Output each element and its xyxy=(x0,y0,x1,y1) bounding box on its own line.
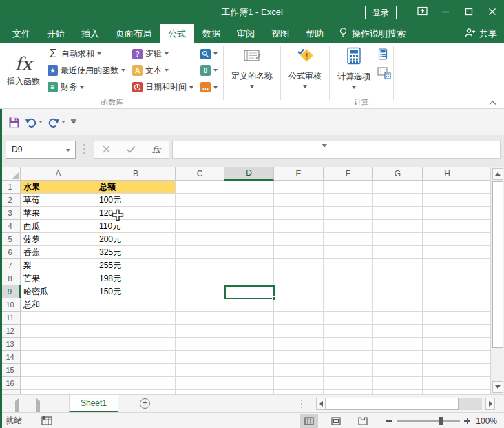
column-header-H[interactable]: H xyxy=(423,167,472,181)
cell-G13[interactable] xyxy=(373,338,423,351)
cell-A15[interactable] xyxy=(21,364,96,377)
page-layout-view-button[interactable] xyxy=(327,414,345,428)
cell[interactable] xyxy=(472,285,490,298)
cell-D2[interactable] xyxy=(224,194,274,207)
save-button[interactable] xyxy=(8,116,20,128)
macro-record-button[interactable] xyxy=(41,416,52,425)
horizontal-scrollbar-thumb[interactable] xyxy=(326,398,459,410)
cell-A13[interactable] xyxy=(21,338,96,351)
cell-E15[interactable] xyxy=(274,364,324,377)
row-header-16[interactable]: 16 xyxy=(0,377,21,390)
row-header-8[interactable]: 8 xyxy=(0,272,21,285)
cell-G8[interactable] xyxy=(373,272,423,285)
row-header-15[interactable]: 15 xyxy=(0,364,21,377)
ribbon-tab-5[interactable]: 数据 xyxy=(194,24,229,43)
ribbon-tab-0[interactable]: 文件 xyxy=(4,24,39,43)
function-library-item[interactable]: … xyxy=(198,80,220,95)
row-header-5[interactable]: 5 xyxy=(0,233,21,246)
cell-H13[interactable] xyxy=(423,338,472,351)
ribbon-tab-1[interactable]: 开始 xyxy=(39,24,73,43)
customize-qat-button[interactable] xyxy=(70,118,77,126)
cell-C8[interactable] xyxy=(176,272,224,285)
cell-B5[interactable]: 200元 xyxy=(96,233,176,246)
row-header-13[interactable]: 13 xyxy=(0,338,21,351)
vertical-scrollbar-thumb[interactable] xyxy=(492,181,503,348)
normal-view-button[interactable] xyxy=(300,414,318,428)
scroll-down-button[interactable] xyxy=(492,381,503,393)
function-library-item[interactable]: ?逻辑 xyxy=(130,46,196,61)
cell-H1[interactable] xyxy=(423,181,472,194)
row-header-1[interactable]: 1 xyxy=(0,181,21,194)
column-header-F[interactable]: F xyxy=(324,167,373,181)
column-header-B[interactable]: B xyxy=(96,167,176,181)
cell-D8[interactable] xyxy=(224,272,274,285)
cell-B9[interactable]: 150元 xyxy=(96,285,176,298)
function-library-item[interactable]: ≡财务 xyxy=(45,80,127,95)
cell-G1[interactable] xyxy=(373,181,423,194)
cell-B2[interactable]: 100元 xyxy=(96,194,176,207)
cell-F1[interactable] xyxy=(324,181,373,194)
row-header-14[interactable]: 14 xyxy=(0,351,21,364)
cell-A11[interactable] xyxy=(21,312,96,325)
cell-F4[interactable] xyxy=(324,220,373,233)
confirm-entry-button[interactable] xyxy=(127,143,136,156)
cell-G6[interactable] xyxy=(373,246,423,259)
cell-C1[interactable] xyxy=(176,181,224,194)
cell[interactable] xyxy=(472,233,490,246)
row-header-9[interactable]: 9 xyxy=(0,285,21,298)
cell-H14[interactable] xyxy=(423,351,472,364)
cell-H8[interactable] xyxy=(423,272,472,285)
cell-A14[interactable] xyxy=(21,351,96,364)
cell-B14[interactable] xyxy=(96,351,176,364)
cell-C6[interactable] xyxy=(176,246,224,259)
cell-D5[interactable] xyxy=(224,233,274,246)
function-library-item[interactable] xyxy=(198,46,220,61)
cell-A8[interactable]: 芒果 xyxy=(21,272,96,285)
cell-F5[interactable] xyxy=(324,233,373,246)
formula-auditing-button[interactable]: 公式审核 xyxy=(283,44,327,97)
cell-D15[interactable] xyxy=(224,364,274,377)
row-header-6[interactable]: 6 xyxy=(0,246,21,259)
cell-B4[interactable]: 110元 xyxy=(96,220,176,233)
cell-F12[interactable] xyxy=(324,325,373,338)
cell-D13[interactable] xyxy=(224,338,274,351)
function-library-item[interactable]: ★最近使用的函数 xyxy=(45,63,127,78)
ribbon-tab-2[interactable]: 插入 xyxy=(73,24,107,43)
cell-H16[interactable] xyxy=(423,377,472,390)
cell-H10[interactable] xyxy=(423,298,472,312)
cell-F9[interactable] xyxy=(324,285,373,298)
cell-G10[interactable] xyxy=(373,298,423,312)
row-header-10[interactable]: 10 xyxy=(0,298,21,312)
tab-bar-resizer[interactable] xyxy=(301,400,302,408)
select-all-button[interactable] xyxy=(0,167,21,181)
cell-B6[interactable]: 325元 xyxy=(96,246,176,259)
ribbon-tab-7[interactable]: 视图 xyxy=(263,24,297,43)
cell[interactable] xyxy=(472,207,490,220)
cell-E16[interactable] xyxy=(274,377,324,390)
cell-D10[interactable] xyxy=(224,298,274,312)
scroll-left-button[interactable] xyxy=(316,398,326,410)
function-library-item[interactable]: 日期和时间 xyxy=(130,80,196,95)
cell-C7[interactable] xyxy=(176,259,224,272)
cell-C9[interactable] xyxy=(176,285,224,298)
redo-button[interactable] xyxy=(48,117,65,128)
cell-B15[interactable] xyxy=(96,364,176,377)
cell-H6[interactable] xyxy=(423,246,472,259)
cancel-entry-button[interactable] xyxy=(103,143,110,156)
cell-A4[interactable]: 西瓜 xyxy=(21,220,96,233)
cell-H15[interactable] xyxy=(423,364,472,377)
cell-B11[interactable] xyxy=(96,312,176,325)
cell-E5[interactable] xyxy=(274,233,324,246)
cell-B13[interactable] xyxy=(96,338,176,351)
cell-F3[interactable] xyxy=(324,207,373,220)
share-button[interactable]: 共享 xyxy=(465,24,497,43)
defined-names-button[interactable]: 定义的名称 xyxy=(226,44,278,97)
cell-B7[interactable]: 255元 xyxy=(96,259,176,272)
cell-D7[interactable] xyxy=(224,259,274,272)
ribbon-tab-8[interactable]: 帮助 xyxy=(297,24,332,43)
cell-C16[interactable] xyxy=(176,377,224,390)
cell-F2[interactable] xyxy=(324,194,373,207)
cell-A6[interactable]: 香蕉 xyxy=(21,246,96,259)
cell-E12[interactable] xyxy=(274,325,324,338)
cell[interactable] xyxy=(472,298,490,312)
